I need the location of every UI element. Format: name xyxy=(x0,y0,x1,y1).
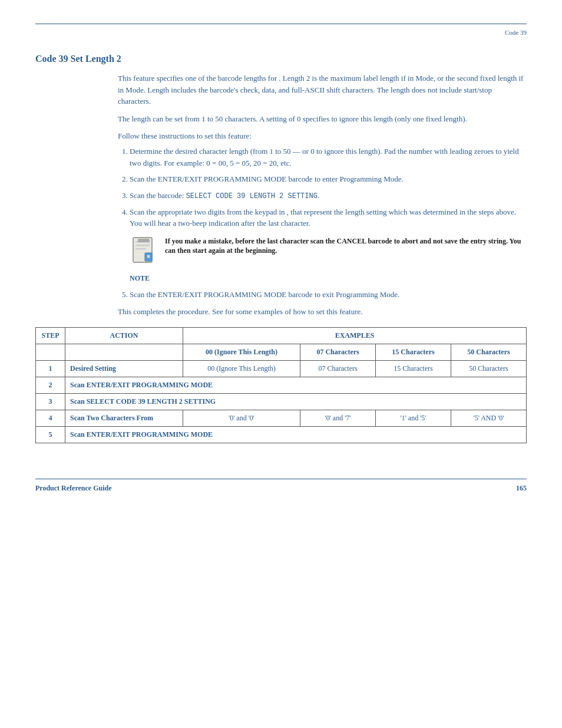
note-box: If you make a mistake, before the last c… xyxy=(130,236,527,267)
instructions-list: Determine the desired character length (… xyxy=(130,146,527,229)
note-icon xyxy=(130,236,158,267)
table-row: 2 Scan ENTER/EXIT PROGRAMMING MODE xyxy=(36,377,527,394)
action-subheader xyxy=(65,344,183,361)
ex-0-0: 00 (Ignore This Length) xyxy=(183,361,300,377)
ex-3-3: '5' AND '0' xyxy=(451,410,527,427)
intro-text-1: This feature specifies one of the barcod… xyxy=(118,73,527,107)
page-footer: Product Reference Guide 165 xyxy=(35,484,527,493)
col-header-3: 50 Characters xyxy=(451,344,527,361)
follow-instructions: Follow these instructions to set this fe… xyxy=(118,131,527,141)
ex-0-1: 07 Characters xyxy=(300,361,376,377)
ex-0-2: 15 Characters xyxy=(376,361,451,377)
action-select-code: Scan SELECT CODE 39 LENGTH 2 SETTING xyxy=(65,394,527,410)
ex-3-2: '1' and '5' xyxy=(376,410,451,427)
ex-3-0: '0' and '0' xyxy=(183,410,300,427)
note-bold-text: If you make a mistake, before the last c… xyxy=(165,237,521,255)
action-scan-two: Scan Two Characters From xyxy=(65,410,183,427)
barcode-label: SELECT CODE 39 LENGTH 2 SETTING xyxy=(186,192,318,200)
svg-rect-7 xyxy=(138,239,150,242)
header-label: Code 39 xyxy=(505,29,527,36)
step-5: 5 xyxy=(36,427,65,443)
col-header-1: 07 Characters xyxy=(300,344,376,361)
note-text-block: If you make a mistake, before the last c… xyxy=(165,236,527,256)
examples-table: STEP ACTION EXAMPLES 00 (Ignore This Len… xyxy=(35,327,527,443)
completion-text: This completes the procedure. See for so… xyxy=(118,307,527,317)
col-header-2: 15 Characters xyxy=(376,344,451,361)
ex-3-1: '0' and '7' xyxy=(300,410,376,427)
col-header-0: 00 (Ignore This Length) xyxy=(183,344,300,361)
step-column-header: STEP xyxy=(36,328,65,344)
instruction-3: Scan the barcode: SELECT CODE 39 LENGTH … xyxy=(130,190,527,202)
table-row: 5 Scan ENTER/EXIT PROGRAMMING MODE xyxy=(36,427,527,443)
intro-text-2: The length can be set from 1 to 50 chara… xyxy=(118,113,527,125)
instruction-1: Determine the desired character length (… xyxy=(130,146,527,169)
bottom-rule xyxy=(35,479,527,479)
step-1: 1 xyxy=(36,361,65,377)
step-subheader xyxy=(36,344,65,361)
note-label: NOTE xyxy=(130,274,527,283)
instruction-5: Scan the ENTER/EXIT PROGRAMMING MODE bar… xyxy=(130,289,527,301)
action-column-header: ACTION xyxy=(65,328,183,344)
action-enter-exit-1: Scan ENTER/EXIT PROGRAMMING MODE xyxy=(65,377,527,394)
table-row: 3 Scan SELECT CODE 39 LENGTH 2 SETTING xyxy=(36,394,527,410)
table-subheader-row: 00 (Ignore This Length) 07 Characters 15… xyxy=(36,344,527,361)
svg-rect-3 xyxy=(135,248,146,250)
page-header: Code 39 xyxy=(35,29,527,36)
top-rule xyxy=(35,24,527,24)
action-desired-setting: Desired Setting xyxy=(65,361,183,377)
instruction-2: Scan the ENTER/EXIT PROGRAMMING MODE bar… xyxy=(130,173,527,185)
instruction-4: Scan the appropriate two digits from the… xyxy=(130,206,527,229)
table-row: 4 Scan Two Characters From '0' and '0' '… xyxy=(36,410,527,427)
footer-right: 165 xyxy=(516,484,527,493)
step-4: 4 xyxy=(36,410,65,427)
examples-column-header: EXAMPLES xyxy=(183,328,527,344)
step-3: 3 xyxy=(36,394,65,410)
intro-paragraph: This feature specifies one of the barcod… xyxy=(118,73,527,124)
action-enter-exit-2: Scan ENTER/EXIT PROGRAMMING MODE xyxy=(65,427,527,443)
page: Code 39 Code 39 Set Length 2 This featur… xyxy=(0,0,562,528)
section-title: Code 39 Set Length 2 xyxy=(35,54,527,64)
table-header-row: STEP ACTION EXAMPLES xyxy=(36,328,527,344)
table-row: 1 Desired Setting 00 (Ignore This Length… xyxy=(36,361,527,377)
instruction-5-list: Scan the ENTER/EXIT PROGRAMMING MODE bar… xyxy=(130,289,527,301)
ex-0-3: 50 Characters xyxy=(451,361,527,377)
step-2: 2 xyxy=(36,377,65,394)
footer-left: Product Reference Guide xyxy=(35,484,112,493)
svg-rect-2 xyxy=(135,245,150,246)
